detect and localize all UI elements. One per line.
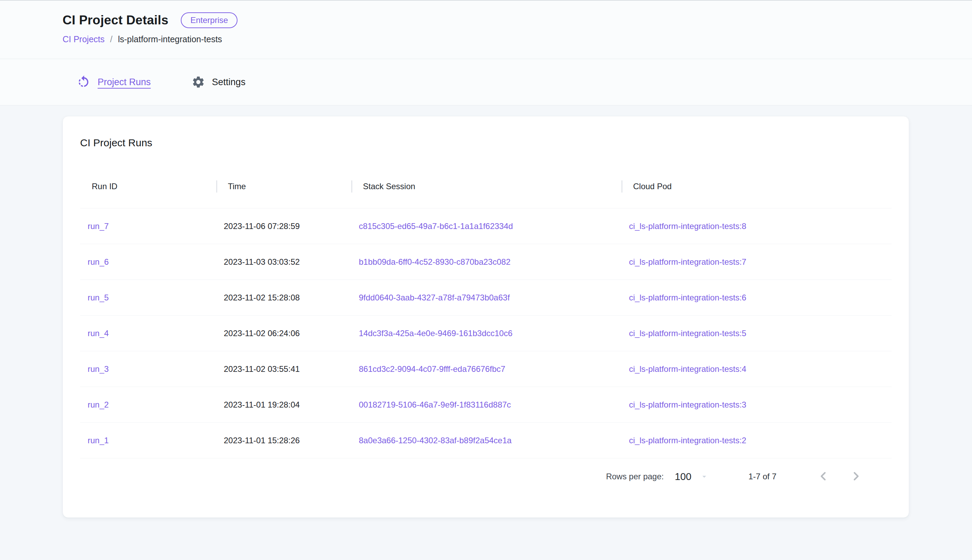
chevron-left-icon bbox=[816, 469, 830, 484]
dropdown-caret-icon bbox=[700, 472, 709, 481]
cloud-pod-link[interactable]: ci_ls-platform-integration-tests:3 bbox=[629, 400, 746, 409]
previous-page-button[interactable] bbox=[816, 469, 830, 484]
cloud-pod-link[interactable]: ci_ls-platform-integration-tests:8 bbox=[629, 222, 746, 231]
stack-session-link[interactable]: b1bb09da-6ff0-4c52-8930-c870ba23c082 bbox=[359, 257, 510, 267]
gear-icon bbox=[191, 75, 205, 89]
breadcrumb: CI Projects / ls-platform-integration-te… bbox=[62, 34, 972, 44]
table-row: run_52023-11-02 15:28:089fdd0640-3aab-43… bbox=[80, 280, 892, 315]
table-header-row: Run ID Time Stack Session Cloud Pod bbox=[80, 165, 892, 208]
chevron-right-icon bbox=[849, 469, 863, 484]
table-row: run_62023-11-03 03:03:52b1bb09da-6ff0-4c… bbox=[80, 244, 892, 280]
table-row: run_72023-11-06 07:28:59c815c305-ed65-49… bbox=[80, 208, 892, 244]
column-header-stack-session: Stack Session bbox=[351, 165, 621, 208]
table-body: run_72023-11-06 07:28:59c815c305-ed65-49… bbox=[80, 208, 892, 458]
rows-per-page-value: 100 bbox=[675, 471, 691, 482]
cloud-pod-link[interactable]: ci_ls-platform-integration-tests:5 bbox=[629, 328, 746, 338]
stack-session-link[interactable]: c815c305-ed65-49a7-b6c1-1a1a1f62334d bbox=[359, 222, 513, 231]
run-id-link[interactable]: run_3 bbox=[88, 364, 109, 373]
stack-session-link[interactable]: 9fdd0640-3aab-4327-a78f-a79473b0a63f bbox=[359, 293, 510, 302]
breadcrumb-current: ls-platform-integration-tests bbox=[118, 34, 222, 44]
pagination-bar: Rows per page: 100 1-7 of 7 bbox=[80, 458, 892, 495]
table-row: run_12023-11-01 15:28:268a0e3a66-1250-43… bbox=[80, 423, 892, 458]
page-title: CI Project Details bbox=[62, 13, 169, 27]
stack-session-link[interactable]: 14dc3f3a-425a-4e0e-9469-161b3dcc10c6 bbox=[359, 328, 512, 338]
time-cell: 2023-11-06 07:28:59 bbox=[224, 222, 300, 231]
run-id-link[interactable]: run_7 bbox=[88, 222, 109, 231]
time-cell: 2023-11-02 03:55:41 bbox=[224, 364, 300, 373]
tab-bar: Project Runs Settings bbox=[0, 59, 972, 105]
table-row: run_42023-11-02 06:24:0614dc3f3a-425a-4e… bbox=[80, 315, 892, 351]
run-id-link[interactable]: run_5 bbox=[88, 293, 109, 302]
page: CI Project Details Enterprise CI Project… bbox=[0, 0, 972, 560]
tab-project-runs[interactable]: Project Runs bbox=[76, 75, 151, 89]
time-cell: 2023-11-02 15:28:08 bbox=[224, 293, 300, 302]
run-id-link[interactable]: run_6 bbox=[88, 257, 109, 267]
breadcrumb-parent-link[interactable]: CI Projects bbox=[62, 34, 104, 44]
column-header-cloud-pod: Cloud Pod bbox=[621, 165, 892, 208]
column-header-time: Time bbox=[216, 165, 351, 208]
run-id-link[interactable]: run_2 bbox=[88, 400, 109, 409]
time-cell: 2023-11-03 03:03:52 bbox=[224, 257, 300, 267]
table-row: run_32023-11-02 03:55:41861cd3c2-9094-4c… bbox=[80, 351, 892, 387]
cloud-pod-link[interactable]: ci_ls-platform-integration-tests:6 bbox=[629, 293, 746, 302]
stack-session-link[interactable]: 861cd3c2-9094-4c07-9fff-eda76676fbc7 bbox=[359, 364, 505, 373]
card-title: CI Project Runs bbox=[80, 117, 892, 149]
tab-settings-label: Settings bbox=[212, 77, 246, 88]
tab-project-runs-label: Project Runs bbox=[98, 77, 151, 88]
tab-settings[interactable]: Settings bbox=[191, 75, 246, 89]
stack-session-link[interactable]: 00182719-5106-46a7-9e9f-1f83116d887c bbox=[359, 400, 511, 409]
stack-session-link[interactable]: 8a0e3a66-1250-4302-83af-b89f2a54ce1a bbox=[359, 436, 512, 445]
next-page-button[interactable] bbox=[849, 469, 863, 484]
cloud-pod-link[interactable]: ci_ls-platform-integration-tests:7 bbox=[629, 257, 746, 267]
cloud-pod-link[interactable]: ci_ls-platform-integration-tests:4 bbox=[629, 364, 746, 373]
ci-project-runs-card: CI Project Runs Run ID Time Stack Sessio… bbox=[62, 116, 909, 518]
rows-per-page-select[interactable]: 100 bbox=[675, 471, 708, 482]
enterprise-badge: Enterprise bbox=[181, 12, 238, 28]
page-header: CI Project Details Enterprise CI Project… bbox=[0, 0, 972, 59]
column-header-run-id: Run ID bbox=[80, 165, 216, 208]
pagination-range-label: 1-7 of 7 bbox=[749, 472, 776, 482]
time-cell: 2023-11-01 19:28:04 bbox=[224, 400, 300, 409]
history-icon bbox=[76, 75, 91, 89]
breadcrumb-separator: / bbox=[110, 34, 112, 44]
cloud-pod-link[interactable]: ci_ls-platform-integration-tests:2 bbox=[629, 436, 746, 445]
run-id-link[interactable]: run_4 bbox=[88, 328, 109, 338]
time-cell: 2023-11-02 06:24:06 bbox=[224, 328, 300, 338]
run-id-link[interactable]: run_1 bbox=[88, 436, 109, 445]
rows-per-page-label: Rows per page: bbox=[606, 472, 664, 482]
time-cell: 2023-11-01 15:28:26 bbox=[224, 436, 300, 445]
table-row: run_22023-11-01 19:28:0400182719-5106-46… bbox=[80, 387, 892, 423]
content-area: CI Project Runs Run ID Time Stack Sessio… bbox=[0, 105, 972, 518]
